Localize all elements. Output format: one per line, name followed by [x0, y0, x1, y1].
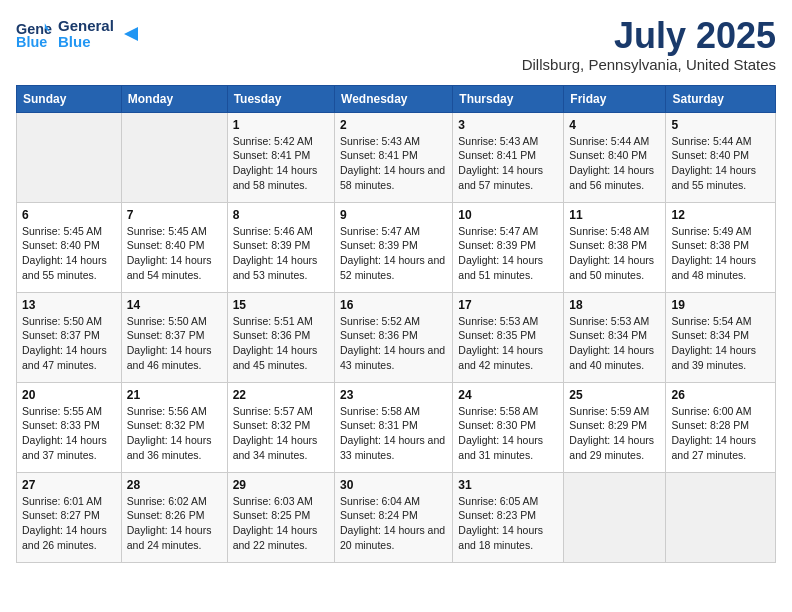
- calendar-cell: 30Sunrise: 6:04 AMSunset: 8:24 PMDayligh…: [335, 472, 453, 562]
- day-number: 3: [458, 118, 558, 132]
- day-info: Sunrise: 5:45 AMSunset: 8:40 PMDaylight:…: [22, 224, 116, 283]
- calendar-cell: 28Sunrise: 6:02 AMSunset: 8:26 PMDayligh…: [121, 472, 227, 562]
- day-of-week-header: Thursday: [453, 85, 564, 112]
- calendar-cell: 7Sunrise: 5:45 AMSunset: 8:40 PMDaylight…: [121, 202, 227, 292]
- calendar-table: SundayMondayTuesdayWednesdayThursdayFrid…: [16, 85, 776, 563]
- day-number: 20: [22, 388, 116, 402]
- day-number: 1: [233, 118, 329, 132]
- day-info: Sunrise: 5:47 AMSunset: 8:39 PMDaylight:…: [340, 224, 447, 283]
- calendar-cell: 8Sunrise: 5:46 AMSunset: 8:39 PMDaylight…: [227, 202, 334, 292]
- day-info: Sunrise: 6:03 AMSunset: 8:25 PMDaylight:…: [233, 494, 329, 553]
- calendar-title: July 2025: [522, 16, 776, 56]
- day-info: Sunrise: 5:54 AMSunset: 8:34 PMDaylight:…: [671, 314, 770, 373]
- day-info: Sunrise: 6:05 AMSunset: 8:23 PMDaylight:…: [458, 494, 558, 553]
- day-number: 2: [340, 118, 447, 132]
- calendar-cell: 5Sunrise: 5:44 AMSunset: 8:40 PMDaylight…: [666, 112, 776, 202]
- day-info: Sunrise: 6:01 AMSunset: 8:27 PMDaylight:…: [22, 494, 116, 553]
- day-info: Sunrise: 5:50 AMSunset: 8:37 PMDaylight:…: [22, 314, 116, 373]
- calendar-cell: 23Sunrise: 5:58 AMSunset: 8:31 PMDayligh…: [335, 382, 453, 472]
- day-info: Sunrise: 5:58 AMSunset: 8:30 PMDaylight:…: [458, 404, 558, 463]
- day-number: 23: [340, 388, 447, 402]
- day-of-week-header: Friday: [564, 85, 666, 112]
- calendar-cell: [666, 472, 776, 562]
- calendar-cell: 15Sunrise: 5:51 AMSunset: 8:36 PMDayligh…: [227, 292, 334, 382]
- day-info: Sunrise: 5:53 AMSunset: 8:35 PMDaylight:…: [458, 314, 558, 373]
- day-of-week-header: Wednesday: [335, 85, 453, 112]
- calendar-cell: 25Sunrise: 5:59 AMSunset: 8:29 PMDayligh…: [564, 382, 666, 472]
- calendar-cell: 21Sunrise: 5:56 AMSunset: 8:32 PMDayligh…: [121, 382, 227, 472]
- day-info: Sunrise: 5:46 AMSunset: 8:39 PMDaylight:…: [233, 224, 329, 283]
- day-info: Sunrise: 5:47 AMSunset: 8:39 PMDaylight:…: [458, 224, 558, 283]
- day-info: Sunrise: 5:53 AMSunset: 8:34 PMDaylight:…: [569, 314, 660, 373]
- day-info: Sunrise: 5:42 AMSunset: 8:41 PMDaylight:…: [233, 134, 329, 193]
- logo-general: General: [58, 18, 114, 35]
- logo-blue: Blue: [58, 34, 114, 51]
- day-info: Sunrise: 5:51 AMSunset: 8:36 PMDaylight:…: [233, 314, 329, 373]
- calendar-week-row: 1Sunrise: 5:42 AMSunset: 8:41 PMDaylight…: [17, 112, 776, 202]
- day-number: 28: [127, 478, 222, 492]
- day-info: Sunrise: 6:02 AMSunset: 8:26 PMDaylight:…: [127, 494, 222, 553]
- svg-marker-3: [124, 27, 138, 41]
- day-info: Sunrise: 5:57 AMSunset: 8:32 PMDaylight:…: [233, 404, 329, 463]
- day-number: 31: [458, 478, 558, 492]
- day-number: 14: [127, 298, 222, 312]
- calendar-cell: 27Sunrise: 6:01 AMSunset: 8:27 PMDayligh…: [17, 472, 122, 562]
- day-number: 9: [340, 208, 447, 222]
- calendar-cell: 4Sunrise: 5:44 AMSunset: 8:40 PMDaylight…: [564, 112, 666, 202]
- calendar-cell: 18Sunrise: 5:53 AMSunset: 8:34 PMDayligh…: [564, 292, 666, 382]
- calendar-header-row: SundayMondayTuesdayWednesdayThursdayFrid…: [17, 85, 776, 112]
- calendar-cell: 19Sunrise: 5:54 AMSunset: 8:34 PMDayligh…: [666, 292, 776, 382]
- calendar-cell: 9Sunrise: 5:47 AMSunset: 8:39 PMDaylight…: [335, 202, 453, 292]
- calendar-cell: [17, 112, 122, 202]
- day-number: 19: [671, 298, 770, 312]
- calendar-cell: 2Sunrise: 5:43 AMSunset: 8:41 PMDaylight…: [335, 112, 453, 202]
- calendar-cell: 31Sunrise: 6:05 AMSunset: 8:23 PMDayligh…: [453, 472, 564, 562]
- day-info: Sunrise: 6:00 AMSunset: 8:28 PMDaylight:…: [671, 404, 770, 463]
- day-number: 5: [671, 118, 770, 132]
- logo-arrow-icon: [120, 23, 142, 45]
- calendar-week-row: 6Sunrise: 5:45 AMSunset: 8:40 PMDaylight…: [17, 202, 776, 292]
- calendar-week-row: 20Sunrise: 5:55 AMSunset: 8:33 PMDayligh…: [17, 382, 776, 472]
- day-info: Sunrise: 5:59 AMSunset: 8:29 PMDaylight:…: [569, 404, 660, 463]
- calendar-cell: 11Sunrise: 5:48 AMSunset: 8:38 PMDayligh…: [564, 202, 666, 292]
- day-info: Sunrise: 5:58 AMSunset: 8:31 PMDaylight:…: [340, 404, 447, 463]
- calendar-cell: [564, 472, 666, 562]
- day-number: 8: [233, 208, 329, 222]
- day-info: Sunrise: 5:52 AMSunset: 8:36 PMDaylight:…: [340, 314, 447, 373]
- day-number: 4: [569, 118, 660, 132]
- day-info: Sunrise: 5:43 AMSunset: 8:41 PMDaylight:…: [340, 134, 447, 193]
- day-of-week-header: Monday: [121, 85, 227, 112]
- calendar-cell: 22Sunrise: 5:57 AMSunset: 8:32 PMDayligh…: [227, 382, 334, 472]
- calendar-week-row: 13Sunrise: 5:50 AMSunset: 8:37 PMDayligh…: [17, 292, 776, 382]
- calendar-cell: 3Sunrise: 5:43 AMSunset: 8:41 PMDaylight…: [453, 112, 564, 202]
- day-number: 26: [671, 388, 770, 402]
- calendar-cell: 13Sunrise: 5:50 AMSunset: 8:37 PMDayligh…: [17, 292, 122, 382]
- day-info: Sunrise: 5:44 AMSunset: 8:40 PMDaylight:…: [671, 134, 770, 193]
- day-number: 6: [22, 208, 116, 222]
- logo: General Blue General Blue: [16, 16, 142, 52]
- day-number: 12: [671, 208, 770, 222]
- day-info: Sunrise: 5:56 AMSunset: 8:32 PMDaylight:…: [127, 404, 222, 463]
- calendar-subtitle: Dillsburg, Pennsylvania, United States: [522, 56, 776, 73]
- calendar-cell: 29Sunrise: 6:03 AMSunset: 8:25 PMDayligh…: [227, 472, 334, 562]
- page-header: General Blue General Blue July 2025 Dill…: [16, 16, 776, 73]
- day-number: 13: [22, 298, 116, 312]
- day-number: 15: [233, 298, 329, 312]
- svg-text:Blue: Blue: [16, 34, 47, 50]
- day-number: 10: [458, 208, 558, 222]
- day-number: 27: [22, 478, 116, 492]
- calendar-cell: 26Sunrise: 6:00 AMSunset: 8:28 PMDayligh…: [666, 382, 776, 472]
- calendar-cell: 17Sunrise: 5:53 AMSunset: 8:35 PMDayligh…: [453, 292, 564, 382]
- calendar-cell: 24Sunrise: 5:58 AMSunset: 8:30 PMDayligh…: [453, 382, 564, 472]
- calendar-cell: [121, 112, 227, 202]
- day-number: 29: [233, 478, 329, 492]
- day-number: 25: [569, 388, 660, 402]
- calendar-week-row: 27Sunrise: 6:01 AMSunset: 8:27 PMDayligh…: [17, 472, 776, 562]
- day-info: Sunrise: 5:44 AMSunset: 8:40 PMDaylight:…: [569, 134, 660, 193]
- calendar-cell: 20Sunrise: 5:55 AMSunset: 8:33 PMDayligh…: [17, 382, 122, 472]
- day-info: Sunrise: 5:49 AMSunset: 8:38 PMDaylight:…: [671, 224, 770, 283]
- day-info: Sunrise: 5:43 AMSunset: 8:41 PMDaylight:…: [458, 134, 558, 193]
- day-of-week-header: Sunday: [17, 85, 122, 112]
- day-info: Sunrise: 6:04 AMSunset: 8:24 PMDaylight:…: [340, 494, 447, 553]
- day-of-week-header: Tuesday: [227, 85, 334, 112]
